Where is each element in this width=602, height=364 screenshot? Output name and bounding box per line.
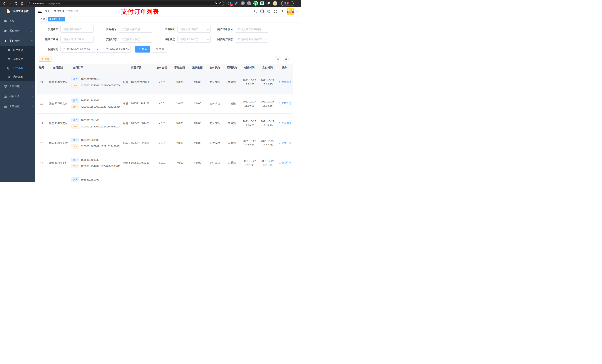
sidebar-item-devtools[interactable]: 研发工具 [0,91,35,101]
extension-diamond-icon[interactable]: 10 [227,1,232,6]
channel-order-no-input[interactable] [60,36,94,42]
filter-channel-code: 渠道编码 [152,26,211,32]
browser-update-button[interactable]: 更新 [281,1,294,6]
sidebar-item-refund-order[interactable]: 退款订单 [0,73,35,81]
cell-status: 支付成功 [206,94,223,113]
briefcase-icon [4,105,7,108]
bookmark-star-icon[interactable] [219,1,222,5]
export-button[interactable]: 导出 [39,56,52,62]
channel-code-select[interactable] [177,26,211,32]
sidebar-item-label: 首页 [9,19,32,22]
sidebar-item-home[interactable]: 首页 [0,16,35,26]
github-icon[interactable] [260,10,264,13]
extension-command-icon[interactable]: ⌘ [240,1,245,6]
notify-status-select[interactable] [235,36,269,42]
table-row: 18 微信 JSAPI 支付 商户1635311823086 支付4200001… [37,133,293,153]
view-detail-link[interactable]: 查看详情 [279,141,291,145]
col-id: 编号 [37,64,46,71]
cell-refund: ￥0.00 [188,71,206,94]
avatar-caret-icon[interactable] [297,11,299,12]
pay-status-select[interactable] [119,36,152,42]
date-end[interactable]: 2021-10-31 23:59:59 [106,48,129,51]
app-select[interactable] [119,26,152,32]
download-icon [41,58,44,60]
sidebar-toggle-icon[interactable] [38,10,42,13]
search-icon[interactable] [254,10,257,13]
app-title: 芋道管理系统 [13,10,29,13]
browser-forward-icon[interactable] [8,1,13,6]
date-start[interactable]: 2021-10-01 00:00:00 [67,48,90,51]
hide-search-button[interactable] [275,56,281,62]
date-range-picker[interactable]: 2021-10-01 00:00:00 - 2021-10-31 23:59:5… [60,46,131,52]
url-text[interactable]: localhost:1024/pay/order [33,2,61,5]
payment-submenu: 商户信息 应用信息 ¥ 支付订单 退款订单 [0,46,35,81]
pay-tag: 支付 [71,104,79,109]
url-bar[interactable]: localhost:1024/pay/order [27,1,224,6]
col-amount: 支付金额 [153,64,171,71]
browser-back-icon[interactable] [2,1,7,6]
sidebar-item-label: 基础设施 [9,85,29,88]
breadcrumb-current: 支付订单 [68,10,79,13]
sidebar-item-merchant-info[interactable]: 商户信息 [0,46,35,55]
tag-pay-order[interactable]: 支付订单 × [48,17,64,21]
cell-fee: ￥0.00 [171,153,188,173]
profile-emoji-icon[interactable] [273,1,278,6]
cell-create-time: 2021-10-2713:22:05 [240,71,258,94]
breadcrumb-home[interactable]: 首页 [45,10,50,13]
view-detail-link[interactable]: 查看详情 [279,122,291,125]
extensions-puzzle-icon[interactable] [266,1,271,6]
sidebar-item-system[interactable]: 系统管理 [0,26,35,36]
extension-y-icon[interactable]: y [253,1,258,6]
logo-rabbit-icon [6,9,11,14]
extension-badge: 10 [230,4,233,6]
reset-button[interactable]: 重置 [152,46,167,52]
sidebar-item-app-info[interactable]: 应用信息 [0,55,35,64]
browser-home-icon[interactable] [20,1,24,6]
sidebar-item-workflow[interactable]: 工作流程 [0,101,35,111]
merchant-select[interactable] [60,26,94,32]
grid-icon [7,58,10,61]
cell-id [37,173,46,182]
url-path: :1024/pay/order [44,2,61,5]
user-avatar[interactable] [287,8,294,15]
navbar-actions: TT [254,8,299,15]
share-icon[interactable] [214,1,217,5]
col-status: 支付状态 [206,64,223,71]
view-detail-link[interactable]: 查看详情 [279,161,291,165]
sidebar-item-payment[interactable]: ¥ 支付管理 [0,36,35,46]
view-detail-link[interactable]: 查看详情 [279,102,291,105]
reset-button-label: 重置 [159,48,164,51]
search-button[interactable]: 搜索 [135,46,150,52]
cell-amount [153,173,171,182]
refresh-table-button[interactable] [283,56,289,62]
cell-notify: 未通知 [223,71,240,94]
search-icon [279,122,281,125]
view-detail-link[interactable]: 查看详情 [279,81,291,84]
browser-menu-dots-icon[interactable] [291,2,291,5]
fullscreen-icon[interactable] [274,10,277,13]
browser-reload-icon[interactable] [14,1,19,6]
yen-circle-icon: ¥ [7,66,10,70]
extension-bar: 10 ⌘ y [227,1,278,6]
site-info-icon[interactable] [29,2,32,5]
tag-close-icon[interactable]: × [62,18,63,20]
extension-chat-icon[interactable] [260,1,265,6]
cell-notify: 未通知 [223,113,240,133]
cell-title [119,173,153,182]
search-icon [279,162,281,164]
search-icon [279,142,281,144]
breadcrumb-payment[interactable]: 支付管理 [54,10,64,13]
col-fee: 手续金额 [171,64,188,71]
merchant-order-no-input[interactable] [235,26,269,32]
tag-home[interactable]: 首页 [39,17,47,21]
extension-record-icon[interactable] [247,1,252,6]
font-size-icon[interactable]: TT [280,10,284,13]
extension-sail-icon[interactable] [234,1,239,6]
cell-fee: ￥0.00 [171,133,188,153]
sidebar-item-infra[interactable]: 基础设施 [0,81,35,91]
sidebar-item-pay-order[interactable]: ¥ 支付订单 [0,64,35,73]
help-icon[interactable] [267,10,271,13]
refund-status-select[interactable] [177,36,211,42]
browser-chrome: localhost:1024/pay/order 10 ⌘ y 更新 [0,0,301,7]
cell-fee: ￥0.00 [171,113,188,133]
